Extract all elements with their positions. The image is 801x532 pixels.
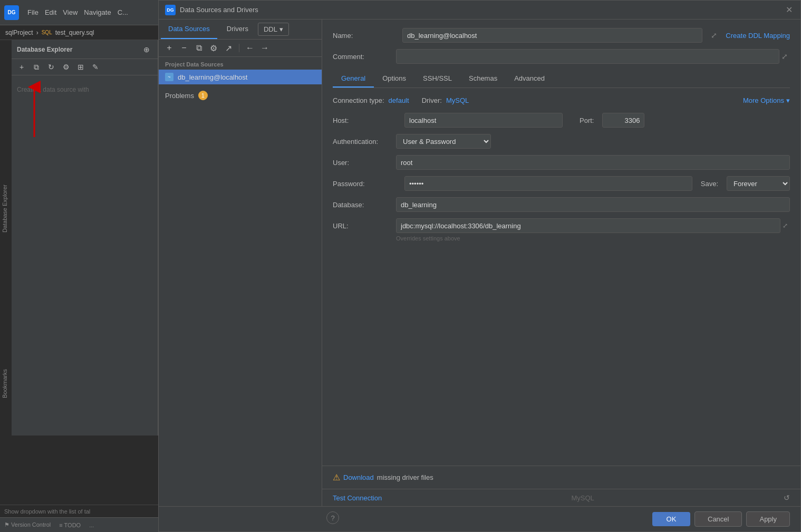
- menu-navigate[interactable]: Navigate: [84, 8, 111, 16]
- bottom-more[interactable]: ...: [89, 522, 94, 528]
- ok-button[interactable]: OK: [652, 512, 690, 526]
- dialog-title: Data Sources and Drivers: [180, 6, 784, 14]
- more-options-btn[interactable]: More Options ▾: [743, 96, 790, 104]
- table-btn[interactable]: ⊞: [75, 61, 86, 73]
- connection-type-left: Connection type: default Driver: MySQL: [333, 96, 469, 104]
- tree-hint: Create a data source with: [12, 75, 158, 104]
- dialog-close-btn[interactable]: ✕: [784, 5, 794, 15]
- breadcrumb-file[interactable]: test_query.sql: [55, 29, 94, 36]
- url-expand-btn[interactable]: ⤢: [780, 222, 790, 229]
- ide-menu-items[interactable]: File Edit View Navigate C...: [27, 8, 128, 16]
- sidebar-tab-database-explorer[interactable]: Database Explorer: [2, 185, 8, 233]
- host-label: Host:: [333, 117, 396, 124]
- menu-more[interactable]: C...: [118, 8, 128, 16]
- test-connection-label: MySQL: [571, 494, 594, 502]
- bottom-bar: ⚑ Version Control ≡ TODO ...: [0, 517, 158, 532]
- tab-drivers[interactable]: Drivers: [219, 20, 256, 39]
- database-input[interactable]: [396, 197, 790, 212]
- tab-advanced[interactable]: Advanced: [506, 70, 553, 88]
- status-text: Show dropdown with the list of tal: [4, 508, 90, 515]
- menu-edit[interactable]: Edit: [45, 8, 56, 16]
- edit-btn[interactable]: ✎: [90, 61, 101, 73]
- ide-logo: DG: [4, 5, 19, 20]
- port-label: Port:: [580, 117, 594, 124]
- menu-file[interactable]: File: [27, 8, 38, 16]
- breadcrumb-project[interactable]: sqlProject: [5, 29, 33, 36]
- database-row: Database:: [333, 197, 790, 212]
- connection-type-label: Connection type:: [333, 96, 384, 104]
- panel-header: Database Explorer ⊕: [12, 40, 158, 59]
- datasource-icon: ~: [165, 73, 173, 81]
- sidebar-tab-bookmarks[interactable]: Bookmarks: [2, 369, 8, 398]
- host-port-row: Host: Port:: [333, 113, 790, 128]
- tab-options[interactable]: Options: [374, 70, 414, 88]
- breadcrumb: sqlProject › SQL test_query.sql: [0, 25, 158, 40]
- name-input[interactable]: [402, 28, 702, 43]
- panel-title: Database Explorer: [17, 46, 72, 53]
- dialog-tab-bar: Data Sources Drivers DDL ▾: [159, 20, 322, 40]
- url-row: URL: ⤢: [333, 218, 790, 233]
- export-datasource-btn[interactable]: ↗: [222, 42, 235, 54]
- menu-view[interactable]: View: [63, 8, 78, 16]
- create-ddl-mapping-link[interactable]: Create DDL Mapping: [726, 32, 790, 40]
- comment-row: Comment: ⤢: [333, 49, 790, 64]
- comment-input[interactable]: [396, 49, 779, 64]
- warning-icon: ⚠: [333, 472, 340, 482]
- nav-back-btn[interactable]: ←: [244, 42, 256, 54]
- auth-select[interactable]: User & PasswordNo authLDAPKerberos: [396, 134, 491, 149]
- host-input[interactable]: [404, 113, 563, 128]
- download-link[interactable]: Download: [343, 473, 374, 481]
- toolbar-separator: [239, 44, 239, 52]
- overrides-hint: Overrides settings above: [396, 235, 790, 241]
- name-expand-btn[interactable]: ⤢: [709, 31, 719, 40]
- problems-section: Problems 1: [159, 84, 322, 107]
- tab-general[interactable]: General: [333, 70, 374, 88]
- version-control-tab[interactable]: ⚑ Version Control: [4, 521, 51, 528]
- comment-expand-btn[interactable]: ⤢: [779, 52, 790, 61]
- auth-row: Authentication: User & PasswordNo authLD…: [333, 134, 790, 149]
- copy-datasource-btn[interactable]: ⧉: [192, 42, 205, 54]
- password-input[interactable]: [404, 176, 692, 191]
- problems-badge: 1: [198, 91, 208, 100]
- tab-ssh-ssl[interactable]: SSH/SSL: [414, 70, 460, 88]
- breadcrumb-separator: ›: [36, 29, 38, 36]
- connection-type-value[interactable]: default: [389, 96, 409, 104]
- tab-ddl[interactable]: DDL ▾: [258, 23, 289, 36]
- download-section: ⚠ Download missing driver files: [322, 466, 800, 489]
- dialog-footer: OK Cancel Apply: [159, 506, 800, 531]
- test-connection-btn[interactable]: Test Connection: [333, 494, 382, 502]
- remove-datasource-btn[interactable]: −: [178, 42, 190, 54]
- refresh-btn[interactable]: ↻: [45, 61, 57, 73]
- help-button[interactable]: ?: [326, 511, 339, 524]
- copy-btn[interactable]: ⧉: [31, 61, 42, 73]
- save-label: Save:: [701, 180, 718, 188]
- nav-forward-btn[interactable]: →: [258, 42, 271, 54]
- connection-type-row: Connection type: default Driver: MySQL M…: [333, 96, 790, 104]
- user-input[interactable]: [396, 155, 790, 170]
- tab-data-sources[interactable]: Data Sources: [161, 20, 217, 39]
- dialog-body: Data Sources Drivers DDL ▾ + − ⧉ ⚙ ↗ ← →…: [159, 20, 800, 506]
- datasource-item-db-learning[interactable]: ~ db_learning@localhost: [159, 70, 322, 84]
- dialog-title-icon: DG: [165, 5, 176, 15]
- url-input[interactable]: [396, 218, 780, 233]
- add-btn[interactable]: +: [16, 61, 27, 73]
- refresh-icon[interactable]: ↺: [784, 494, 790, 502]
- tab-schemas[interactable]: Schemas: [460, 70, 506, 88]
- password-label: Password:: [333, 180, 396, 188]
- datasource-name: db_learning@localhost: [178, 73, 247, 81]
- database-label: Database:: [333, 201, 396, 209]
- todo-tab[interactable]: ≡ TODO: [59, 522, 81, 528]
- dialog-left-panel: Data Sources Drivers DDL ▾ + − ⧉ ⚙ ↗ ← →…: [159, 20, 322, 506]
- driver-value[interactable]: MySQL: [446, 96, 469, 104]
- data-sources-dialog: DG Data Sources and Drivers ✕ Data Sourc…: [158, 0, 801, 532]
- settings-datasource-btn[interactable]: ⚙: [207, 42, 220, 54]
- add-datasource-btn[interactable]: +: [163, 42, 176, 54]
- panel-add-btn[interactable]: ⊕: [141, 44, 152, 55]
- database-explorer-panel: Database Explorer ⊕ + ⧉ ↻ ⚙ ⊞ ✎ Create a…: [12, 40, 158, 436]
- port-input[interactable]: [602, 113, 644, 128]
- panel-toolbar: + ⧉ ↻ ⚙ ⊞ ✎: [12, 59, 158, 75]
- cancel-button[interactable]: Cancel: [694, 511, 742, 527]
- save-select[interactable]: ForeverFor sessionNever: [727, 176, 790, 191]
- settings-btn[interactable]: ⚙: [60, 61, 72, 73]
- apply-button[interactable]: Apply: [746, 511, 790, 527]
